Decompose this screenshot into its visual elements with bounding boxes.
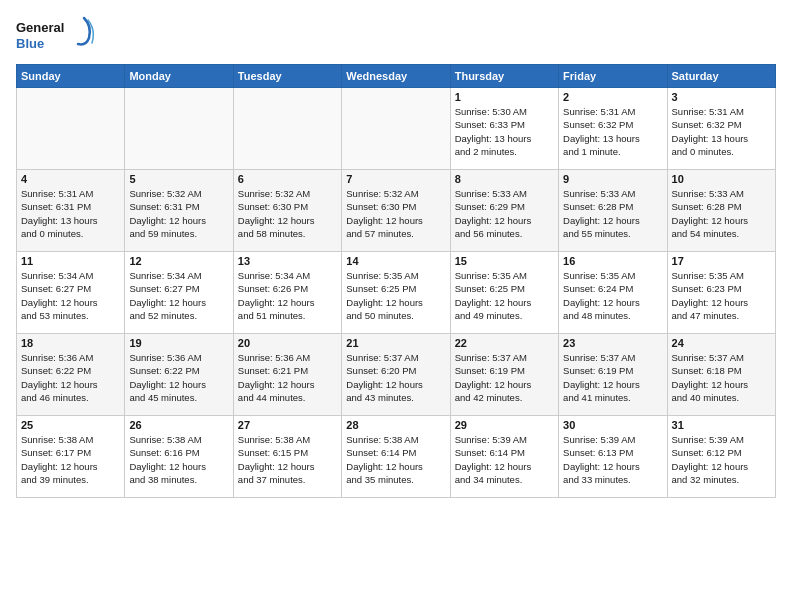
calendar-cell: 5Sunrise: 5:32 AM Sunset: 6:31 PM Daylig…: [125, 170, 233, 252]
calendar-cell: 19Sunrise: 5:36 AM Sunset: 6:22 PM Dayli…: [125, 334, 233, 416]
calendar-cell: [17, 88, 125, 170]
day-number: 23: [563, 337, 662, 349]
calendar-cell: 1Sunrise: 5:30 AM Sunset: 6:33 PM Daylig…: [450, 88, 558, 170]
calendar-cell: 15Sunrise: 5:35 AM Sunset: 6:25 PM Dayli…: [450, 252, 558, 334]
calendar-cell: 2Sunrise: 5:31 AM Sunset: 6:32 PM Daylig…: [559, 88, 667, 170]
page-header: General Blue: [16, 16, 776, 56]
day-number: 13: [238, 255, 337, 267]
day-number: 28: [346, 419, 445, 431]
day-info: Sunrise: 5:37 AM Sunset: 6:19 PM Dayligh…: [563, 351, 662, 404]
day-info: Sunrise: 5:35 AM Sunset: 6:23 PM Dayligh…: [672, 269, 771, 322]
day-number: 14: [346, 255, 445, 267]
calendar-cell: 7Sunrise: 5:32 AM Sunset: 6:30 PM Daylig…: [342, 170, 450, 252]
calendar-cell: 13Sunrise: 5:34 AM Sunset: 6:26 PM Dayli…: [233, 252, 341, 334]
day-number: 24: [672, 337, 771, 349]
column-header-friday: Friday: [559, 65, 667, 88]
calendar-week-row: 4Sunrise: 5:31 AM Sunset: 6:31 PM Daylig…: [17, 170, 776, 252]
day-number: 19: [129, 337, 228, 349]
calendar-cell: [233, 88, 341, 170]
day-number: 18: [21, 337, 120, 349]
calendar-cell: 28Sunrise: 5:38 AM Sunset: 6:14 PM Dayli…: [342, 416, 450, 498]
day-info: Sunrise: 5:32 AM Sunset: 6:31 PM Dayligh…: [129, 187, 228, 240]
day-number: 17: [672, 255, 771, 267]
calendar-cell: 20Sunrise: 5:36 AM Sunset: 6:21 PM Dayli…: [233, 334, 341, 416]
calendar-cell: 23Sunrise: 5:37 AM Sunset: 6:19 PM Dayli…: [559, 334, 667, 416]
calendar-cell: 8Sunrise: 5:33 AM Sunset: 6:29 PM Daylig…: [450, 170, 558, 252]
day-number: 26: [129, 419, 228, 431]
calendar-table: SundayMondayTuesdayWednesdayThursdayFrid…: [16, 64, 776, 498]
calendar-cell: 16Sunrise: 5:35 AM Sunset: 6:24 PM Dayli…: [559, 252, 667, 334]
day-number: 21: [346, 337, 445, 349]
calendar-cell: 21Sunrise: 5:37 AM Sunset: 6:20 PM Dayli…: [342, 334, 450, 416]
calendar-cell: 31Sunrise: 5:39 AM Sunset: 6:12 PM Dayli…: [667, 416, 775, 498]
day-info: Sunrise: 5:30 AM Sunset: 6:33 PM Dayligh…: [455, 105, 554, 158]
calendar-week-row: 1Sunrise: 5:30 AM Sunset: 6:33 PM Daylig…: [17, 88, 776, 170]
calendar-cell: 29Sunrise: 5:39 AM Sunset: 6:14 PM Dayli…: [450, 416, 558, 498]
day-number: 1: [455, 91, 554, 103]
day-info: Sunrise: 5:34 AM Sunset: 6:27 PM Dayligh…: [21, 269, 120, 322]
day-number: 15: [455, 255, 554, 267]
column-header-wednesday: Wednesday: [342, 65, 450, 88]
day-info: Sunrise: 5:39 AM Sunset: 6:13 PM Dayligh…: [563, 433, 662, 486]
day-info: Sunrise: 5:32 AM Sunset: 6:30 PM Dayligh…: [238, 187, 337, 240]
logo-svg: General Blue: [16, 16, 96, 56]
day-info: Sunrise: 5:37 AM Sunset: 6:18 PM Dayligh…: [672, 351, 771, 404]
calendar-cell: 3Sunrise: 5:31 AM Sunset: 6:32 PM Daylig…: [667, 88, 775, 170]
day-number: 4: [21, 173, 120, 185]
calendar-cell: 26Sunrise: 5:38 AM Sunset: 6:16 PM Dayli…: [125, 416, 233, 498]
day-info: Sunrise: 5:38 AM Sunset: 6:16 PM Dayligh…: [129, 433, 228, 486]
calendar-cell: [125, 88, 233, 170]
column-header-saturday: Saturday: [667, 65, 775, 88]
column-header-sunday: Sunday: [17, 65, 125, 88]
day-info: Sunrise: 5:38 AM Sunset: 6:14 PM Dayligh…: [346, 433, 445, 486]
calendar-cell: [342, 88, 450, 170]
day-info: Sunrise: 5:32 AM Sunset: 6:30 PM Dayligh…: [346, 187, 445, 240]
day-info: Sunrise: 5:38 AM Sunset: 6:15 PM Dayligh…: [238, 433, 337, 486]
day-number: 25: [21, 419, 120, 431]
day-info: Sunrise: 5:33 AM Sunset: 6:28 PM Dayligh…: [563, 187, 662, 240]
day-number: 30: [563, 419, 662, 431]
day-info: Sunrise: 5:33 AM Sunset: 6:28 PM Dayligh…: [672, 187, 771, 240]
day-info: Sunrise: 5:33 AM Sunset: 6:29 PM Dayligh…: [455, 187, 554, 240]
column-header-monday: Monday: [125, 65, 233, 88]
calendar-cell: 4Sunrise: 5:31 AM Sunset: 6:31 PM Daylig…: [17, 170, 125, 252]
day-info: Sunrise: 5:31 AM Sunset: 6:32 PM Dayligh…: [672, 105, 771, 158]
calendar-cell: 24Sunrise: 5:37 AM Sunset: 6:18 PM Dayli…: [667, 334, 775, 416]
day-number: 8: [455, 173, 554, 185]
svg-text:General: General: [16, 20, 64, 35]
column-header-thursday: Thursday: [450, 65, 558, 88]
calendar-cell: 12Sunrise: 5:34 AM Sunset: 6:27 PM Dayli…: [125, 252, 233, 334]
calendar-cell: 11Sunrise: 5:34 AM Sunset: 6:27 PM Dayli…: [17, 252, 125, 334]
day-number: 2: [563, 91, 662, 103]
day-number: 5: [129, 173, 228, 185]
calendar-cell: 14Sunrise: 5:35 AM Sunset: 6:25 PM Dayli…: [342, 252, 450, 334]
logo: General Blue: [16, 16, 96, 56]
calendar-cell: 6Sunrise: 5:32 AM Sunset: 6:30 PM Daylig…: [233, 170, 341, 252]
calendar-week-row: 11Sunrise: 5:34 AM Sunset: 6:27 PM Dayli…: [17, 252, 776, 334]
day-number: 10: [672, 173, 771, 185]
day-info: Sunrise: 5:34 AM Sunset: 6:26 PM Dayligh…: [238, 269, 337, 322]
day-info: Sunrise: 5:31 AM Sunset: 6:32 PM Dayligh…: [563, 105, 662, 158]
day-number: 16: [563, 255, 662, 267]
day-number: 20: [238, 337, 337, 349]
calendar-cell: 10Sunrise: 5:33 AM Sunset: 6:28 PM Dayli…: [667, 170, 775, 252]
day-info: Sunrise: 5:39 AM Sunset: 6:14 PM Dayligh…: [455, 433, 554, 486]
calendar-cell: 18Sunrise: 5:36 AM Sunset: 6:22 PM Dayli…: [17, 334, 125, 416]
day-number: 3: [672, 91, 771, 103]
day-info: Sunrise: 5:39 AM Sunset: 6:12 PM Dayligh…: [672, 433, 771, 486]
day-info: Sunrise: 5:36 AM Sunset: 6:22 PM Dayligh…: [129, 351, 228, 404]
calendar-cell: 27Sunrise: 5:38 AM Sunset: 6:15 PM Dayli…: [233, 416, 341, 498]
day-number: 9: [563, 173, 662, 185]
calendar-header-row: SundayMondayTuesdayWednesdayThursdayFrid…: [17, 65, 776, 88]
svg-text:Blue: Blue: [16, 36, 44, 51]
calendar-cell: 9Sunrise: 5:33 AM Sunset: 6:28 PM Daylig…: [559, 170, 667, 252]
day-info: Sunrise: 5:37 AM Sunset: 6:20 PM Dayligh…: [346, 351, 445, 404]
day-number: 27: [238, 419, 337, 431]
calendar-week-row: 25Sunrise: 5:38 AM Sunset: 6:17 PM Dayli…: [17, 416, 776, 498]
day-info: Sunrise: 5:34 AM Sunset: 6:27 PM Dayligh…: [129, 269, 228, 322]
day-number: 12: [129, 255, 228, 267]
day-info: Sunrise: 5:36 AM Sunset: 6:21 PM Dayligh…: [238, 351, 337, 404]
column-header-tuesday: Tuesday: [233, 65, 341, 88]
day-info: Sunrise: 5:31 AM Sunset: 6:31 PM Dayligh…: [21, 187, 120, 240]
day-info: Sunrise: 5:37 AM Sunset: 6:19 PM Dayligh…: [455, 351, 554, 404]
